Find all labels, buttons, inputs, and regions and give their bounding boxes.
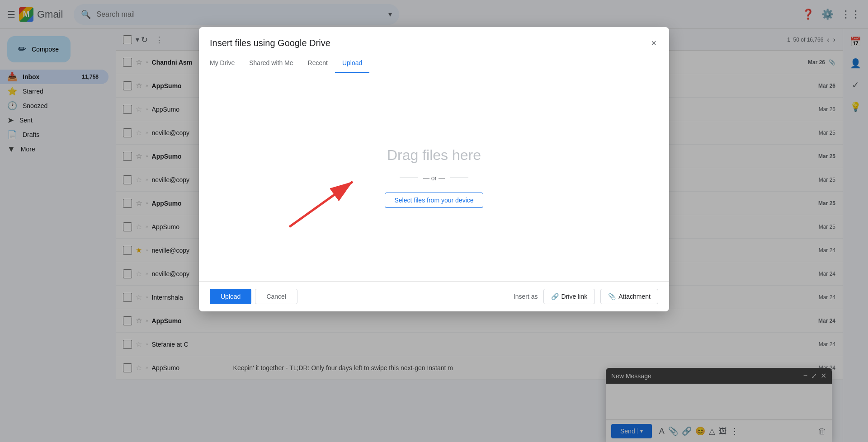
attachment-label: Attachment xyxy=(618,293,651,300)
attachment-button[interactable]: 📎 Attachment xyxy=(600,289,658,304)
google-drive-dialog: Insert files using Google Drive × My Dri… xyxy=(199,27,669,311)
select-files-button[interactable]: Select files from your device xyxy=(385,193,483,208)
dialog-title: Insert files using Google Drive xyxy=(210,38,330,48)
footer-left: Upload Cancel xyxy=(210,289,297,304)
dialog-body: Drag files here — or — Select files from… xyxy=(199,73,669,281)
drive-link-icon: 🔗 xyxy=(551,293,559,300)
attachment-icon: 📎 xyxy=(608,293,616,300)
tab-recent[interactable]: Recent xyxy=(301,54,335,73)
cancel-button[interactable]: Cancel xyxy=(255,289,297,304)
dialog-header: Insert files using Google Drive × xyxy=(199,27,669,50)
upload-button[interactable]: Upload xyxy=(210,289,251,304)
drive-link-label: Drive link xyxy=(561,293,588,300)
tab-upload[interactable]: Upload xyxy=(335,54,369,73)
tab-shared-with-me[interactable]: Shared with Me xyxy=(242,54,300,73)
tab-my-drive[interactable]: My Drive xyxy=(210,54,242,73)
or-divider: — or — xyxy=(400,174,468,182)
drive-link-button[interactable]: 🔗 Drive link xyxy=(543,289,595,304)
dialog-tabs: My Drive Shared with Me Recent Upload xyxy=(199,54,669,73)
or-text: — or — xyxy=(423,174,445,182)
or-line-left xyxy=(400,178,418,178)
dialog-overlay: Insert files using Google Drive × My Dri… xyxy=(0,0,868,442)
dialog-close-button[interactable]: × xyxy=(649,36,658,50)
footer-right: Insert as 🔗 Drive link 📎 Attachment xyxy=(514,289,658,304)
drag-files-text: Drag files here xyxy=(387,147,481,164)
svg-line-1 xyxy=(289,182,353,227)
or-line-right xyxy=(450,178,468,178)
dialog-footer: Upload Cancel Insert as 🔗 Drive link 📎 A… xyxy=(199,281,669,311)
insert-as-label: Insert as xyxy=(514,293,538,300)
red-arrow-annotation xyxy=(280,164,380,236)
